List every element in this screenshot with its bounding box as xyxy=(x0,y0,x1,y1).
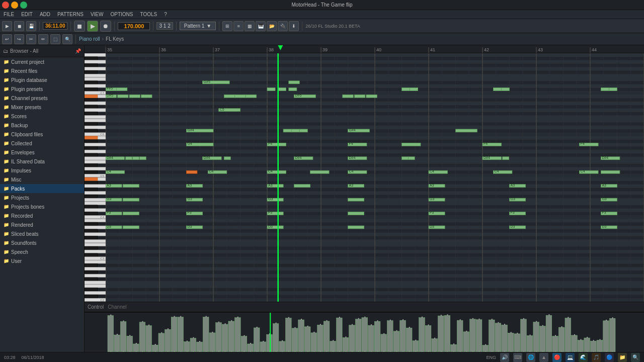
instrument-label[interactable]: FL Keys xyxy=(106,36,124,42)
sidebar-item-collected[interactable]: 📁Collected xyxy=(0,139,84,148)
pattern-dropdown-icon: ▼ xyxy=(206,23,211,29)
svg-rect-65 xyxy=(85,198,106,201)
toolbar-extra-buttons: ⊞ ≡ ▦ 🎹 📂 🔌 ⬇ xyxy=(222,21,299,31)
svg-text:37: 37 xyxy=(215,47,220,52)
sidebar-item-envelopes[interactable]: 📁Envelopes xyxy=(0,148,84,157)
sidebar-item-plugin-database[interactable]: 📁Plugin database xyxy=(0,75,84,84)
close-button[interactable] xyxy=(2,2,9,9)
svg-rect-91 xyxy=(85,281,106,284)
piano-roll-button[interactable]: 🎹 xyxy=(256,21,266,31)
sidebar-item-projects[interactable]: 📁Projects xyxy=(0,193,84,202)
record-button[interactable]: ⏺ xyxy=(100,21,111,32)
sidebar-item-impulses[interactable]: 📁Impulses xyxy=(0,166,84,175)
sidebar-item-soundfonts[interactable]: 📁Soundfonts xyxy=(0,238,84,247)
menu-options[interactable]: OPTIONS xyxy=(109,11,134,18)
svg-rect-27 xyxy=(85,77,106,80)
sidebar-item-speech[interactable]: 📁Speech xyxy=(0,247,84,256)
taskbar-app-1[interactable]: 🔴 xyxy=(552,353,561,362)
menu-help[interactable]: ? xyxy=(163,11,169,18)
status-lang: ENG xyxy=(486,355,496,360)
menu-file[interactable]: FILE xyxy=(2,11,16,18)
minimize-button[interactable] xyxy=(11,2,18,9)
taskbar-app-2[interactable]: 💻 xyxy=(566,353,575,362)
sidebar-item-label: Projects xyxy=(11,195,29,201)
sidebar-item-recent-files[interactable]: 📁Recent files xyxy=(0,66,84,75)
menu-edit[interactable]: EDIT xyxy=(20,11,34,18)
select-tool[interactable]: ⬚ xyxy=(50,34,60,44)
draw-tool[interactable]: ✏ xyxy=(38,34,48,44)
undo-button[interactable]: ↩ xyxy=(2,34,12,44)
save-button[interactable]: 💾 xyxy=(26,21,36,31)
channel-button[interactable]: ≡ xyxy=(233,21,244,31)
plugin-button[interactable]: 🔌 xyxy=(278,21,288,31)
keyboard-icon[interactable]: ⌨ xyxy=(513,353,522,362)
sidebar-item-user[interactable]: 📁User xyxy=(0,256,84,265)
sidebar-item-recorded[interactable]: 📁Recorded xyxy=(0,211,84,220)
ruler-track[interactable]: 35363738394041424344 xyxy=(106,45,644,53)
network-icon[interactable]: 🌐 xyxy=(526,353,535,362)
playlist-button[interactable]: ▦ xyxy=(245,21,255,31)
sidebar-folder-icon: 📁 xyxy=(3,77,9,82)
menu-view[interactable]: VIEW xyxy=(89,11,105,18)
mixer-button[interactable]: ⊞ xyxy=(222,21,232,31)
sidebar-folder-icon: 📁 xyxy=(3,114,9,119)
sidebar-item-backup[interactable]: 📁Backup xyxy=(0,121,84,130)
sidebar-item-rendered[interactable]: 📁Rendered xyxy=(0,220,84,229)
stop-button[interactable]: ◼ xyxy=(74,21,85,32)
system-tray[interactable]: ▲ xyxy=(539,353,548,362)
browser-pin[interactable]: 📌 xyxy=(75,48,81,54)
taskbar-app-3[interactable]: 🌊 xyxy=(579,353,588,362)
menu-patterns[interactable]: PATTERNS xyxy=(56,11,85,18)
sidebar-item-packs[interactable]: 📁Packs xyxy=(0,184,84,193)
svg-rect-98 xyxy=(85,95,98,98)
svg-rect-48 xyxy=(85,143,106,146)
note-grid[interactable] xyxy=(106,53,644,302)
svg-rect-69 xyxy=(85,212,98,215)
sidebar-item-scores[interactable]: 📁Scores xyxy=(0,112,84,121)
sidebar-item-plugin-presets[interactable]: 📁Plugin presets xyxy=(0,84,84,94)
pattern-selector[interactable]: Pattern 1 ▼ xyxy=(180,22,216,30)
sidebar-item-label: Rendered xyxy=(11,222,33,228)
maximize-button[interactable] xyxy=(20,2,27,9)
zoom-tool[interactable]: 🔍 xyxy=(62,34,72,44)
menu-add[interactable]: ADD xyxy=(38,11,52,18)
sidebar-item-label: Envelopes xyxy=(11,150,35,155)
svg-text:C6: C6 xyxy=(100,133,104,136)
sidebar-item-sliced-beats[interactable]: 📁Sliced beats xyxy=(0,229,84,238)
open-button[interactable]: ◼ xyxy=(14,21,24,31)
sidebar-item-label: Impulses xyxy=(11,168,31,173)
tb2-sep-1 xyxy=(75,35,76,44)
titlebar: MotorHead - The Game flip xyxy=(0,0,644,10)
browser-button[interactable]: 📂 xyxy=(267,21,277,31)
piano-svg: C7C6C5C4C3C2 xyxy=(85,53,106,302)
sidebar-item-label: Projects bones xyxy=(11,204,44,210)
sidebar-item-il-shared[interactable]: 📁IL Shared Data xyxy=(0,157,84,166)
sidebar-item-label: Misc xyxy=(11,177,22,183)
svg-rect-90 xyxy=(85,278,98,281)
bpm-input[interactable] xyxy=(118,22,150,30)
channel-label: Channel xyxy=(108,304,126,310)
svg-text:35: 35 xyxy=(107,47,112,52)
redo-button[interactable]: ↪ xyxy=(14,34,24,44)
velocity-panel[interactable] xyxy=(85,312,644,352)
sidebar-item-projects-bones[interactable]: 📁Projects bones xyxy=(0,202,84,211)
download-button[interactable]: ⬇ xyxy=(289,21,299,31)
cut-tool[interactable]: ✂ xyxy=(26,34,36,44)
sidebar-item-channel-presets[interactable]: 📁Channel presets xyxy=(0,94,84,103)
sidebar-item-mixer-presets[interactable]: 📁Mixer presets xyxy=(0,103,84,112)
svg-text:36: 36 xyxy=(161,47,166,52)
main-area: 🗂 Browser - All 📌 📁Current project📁Recen… xyxy=(0,45,644,352)
sound-icon[interactable]: 🔊 xyxy=(500,353,509,362)
taskbar-search[interactable]: 🔍 xyxy=(631,353,640,362)
sidebar-item-misc[interactable]: 📁Misc xyxy=(0,175,84,184)
menu-tools[interactable]: TOOLS xyxy=(138,11,158,18)
piano-keys[interactable]: C7C6C5C4C3C2 xyxy=(85,53,106,302)
taskbar-folder[interactable]: 📁 xyxy=(618,353,627,362)
taskbar-app-4[interactable]: 🎵 xyxy=(592,353,601,362)
new-button[interactable]: ▶ xyxy=(2,21,12,31)
taskbar-chrome[interactable]: 🔵 xyxy=(605,353,614,362)
piano-roll-label[interactable]: Piano roll xyxy=(79,36,100,42)
play-button[interactable]: ▶ xyxy=(87,21,98,32)
sidebar-item-clipboard[interactable]: 📁Clipboard files xyxy=(0,130,84,139)
sidebar-item-current-project[interactable]: 📁Current project xyxy=(0,57,84,66)
